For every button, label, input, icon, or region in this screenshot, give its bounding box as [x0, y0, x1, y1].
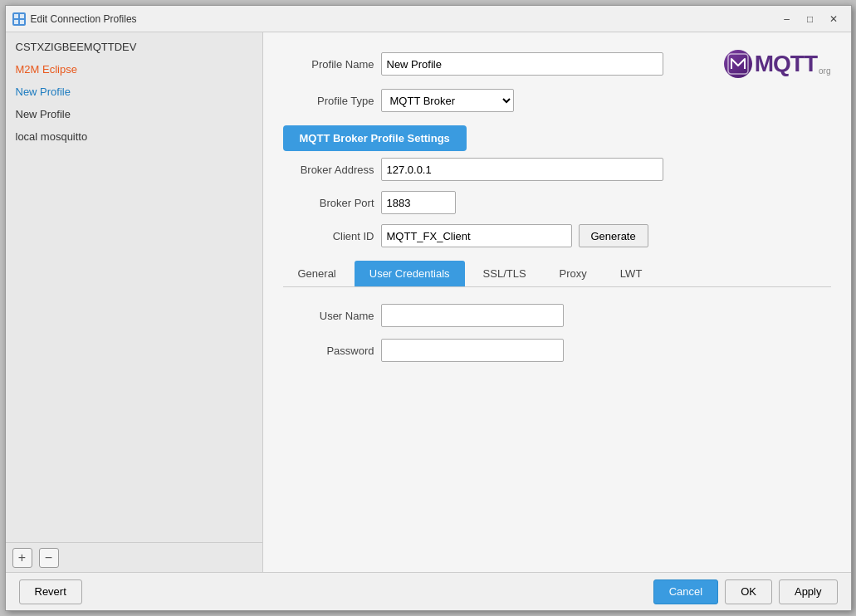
profile-type-label: Profile Type	[283, 95, 374, 107]
profile-name-row: Profile Name	[283, 49, 831, 79]
password-row: Password	[283, 339, 831, 362]
sidebar-list: CSTXZIGBEEMQTTDEV M2M Eclipse New Profil…	[6, 32, 262, 542]
password-input[interactable]	[381, 339, 564, 362]
mqtt-logo-dot: org	[819, 66, 830, 76]
user-name-label: User Name	[283, 310, 374, 322]
sidebar-item-local[interactable]: local mosquitto	[6, 125, 262, 148]
svg-rect-3	[20, 20, 24, 24]
sidebar-item-cstx[interactable]: CSTXZIGBEEMQTTDEV	[6, 36, 262, 58]
profile-type-select[interactable]: MQTT Broker MQTT Broker (SSL) Amazon AWS…	[381, 89, 514, 112]
tab-lwt[interactable]: LWT	[605, 261, 657, 286]
broker-address-input[interactable]	[381, 158, 663, 181]
mqtt-logo-area: MQTT org	[723, 49, 831, 79]
broker-settings-section: Broker Address Broker Port Client ID Gen…	[283, 158, 831, 247]
close-button[interactable]: ✕	[823, 10, 844, 28]
mqtt-settings-header-button[interactable]: MQTT Broker Profile Settings	[283, 125, 467, 151]
ok-button[interactable]: OK	[725, 579, 772, 604]
client-id-row: Client ID Generate	[283, 224, 831, 247]
svg-rect-1	[20, 14, 24, 18]
generate-button[interactable]: Generate	[579, 224, 648, 247]
mqtt-logo-icon	[723, 49, 753, 79]
profile-type-row: Profile Type MQTT Broker MQTT Broker (SS…	[283, 89, 831, 112]
window-title: Edit Connection Profiles	[31, 13, 776, 25]
profile-name-input[interactable]	[381, 52, 663, 76]
window-icon	[12, 12, 26, 26]
client-id-input[interactable]	[381, 224, 572, 247]
svg-rect-0	[14, 14, 18, 18]
main-window: Edit Connection Profiles – □ ✕ CSTXZIGBE…	[5, 5, 852, 611]
minimize-button[interactable]: –	[776, 10, 798, 28]
revert-button[interactable]: Revert	[19, 579, 82, 604]
sidebar-item-m2m[interactable]: M2M Eclipse	[6, 58, 262, 81]
tab-proxy[interactable]: Proxy	[545, 261, 602, 286]
password-label: Password	[283, 345, 374, 357]
broker-port-label: Broker Port	[283, 197, 374, 209]
window-controls: – □ ✕	[776, 10, 844, 28]
tab-general[interactable]: General	[283, 261, 351, 286]
sidebar-footer: + −	[6, 542, 262, 572]
profile-name-label: Profile Name	[283, 58, 374, 71]
tabs-row: General User Credentials SSL/TLS Proxy L…	[283, 261, 831, 287]
broker-port-row: Broker Port	[283, 191, 831, 214]
tab-ssl-tls[interactable]: SSL/TLS	[468, 261, 541, 286]
broker-address-label: Broker Address	[283, 164, 374, 176]
mqtt-logo: MQTT org	[723, 49, 831, 79]
maximize-button[interactable]: □	[800, 10, 821, 28]
remove-profile-button[interactable]: −	[39, 548, 59, 568]
apply-button[interactable]: Apply	[779, 579, 838, 604]
window-body: CSTXZIGBEEMQTTDEV M2M Eclipse New Profil…	[6, 32, 851, 572]
profile-header-section: Profile Name	[283, 49, 831, 112]
mqtt-logo-text: MQTT	[755, 51, 817, 77]
sidebar-item-new1[interactable]: New Profile	[6, 81, 262, 103]
user-name-row: User Name	[283, 304, 831, 327]
svg-rect-2	[14, 20, 18, 24]
add-profile-button[interactable]: +	[12, 548, 32, 568]
cancel-button[interactable]: Cancel	[653, 579, 718, 604]
main-panel: Profile Name	[263, 32, 851, 572]
tab-user-credentials[interactable]: User Credentials	[355, 261, 465, 286]
user-name-input[interactable]	[381, 304, 564, 327]
tab-content-user-credentials: User Name Password	[283, 304, 831, 362]
sidebar-item-new2[interactable]: New Profile	[6, 103, 262, 125]
client-id-label: Client ID	[283, 230, 374, 242]
broker-port-input[interactable]	[381, 191, 456, 214]
broker-address-row: Broker Address	[283, 158, 831, 181]
bottom-bar: Revert Cancel OK Apply	[6, 572, 851, 610]
titlebar: Edit Connection Profiles – □ ✕	[6, 6, 851, 32]
sidebar: CSTXZIGBEEMQTTDEV M2M Eclipse New Profil…	[6, 32, 263, 572]
